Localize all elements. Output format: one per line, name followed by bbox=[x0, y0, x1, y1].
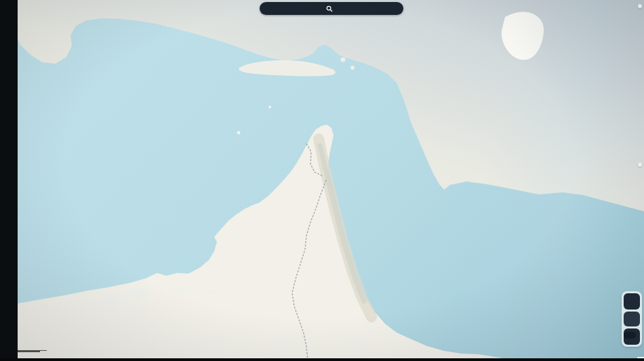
screen-bezel bbox=[0, 358, 644, 361]
search-icon bbox=[326, 5, 333, 12]
zoom-level-indicator bbox=[624, 312, 640, 326]
map-canvas[interactable] bbox=[18, 0, 644, 361]
coordinates-readout bbox=[624, 332, 636, 339]
search-input[interactable] bbox=[260, 2, 403, 15]
marinetraffic-app bbox=[0, 0, 644, 361]
zoom-in-button[interactable] bbox=[624, 293, 640, 310]
left-sidebar bbox=[0, 0, 18, 361]
